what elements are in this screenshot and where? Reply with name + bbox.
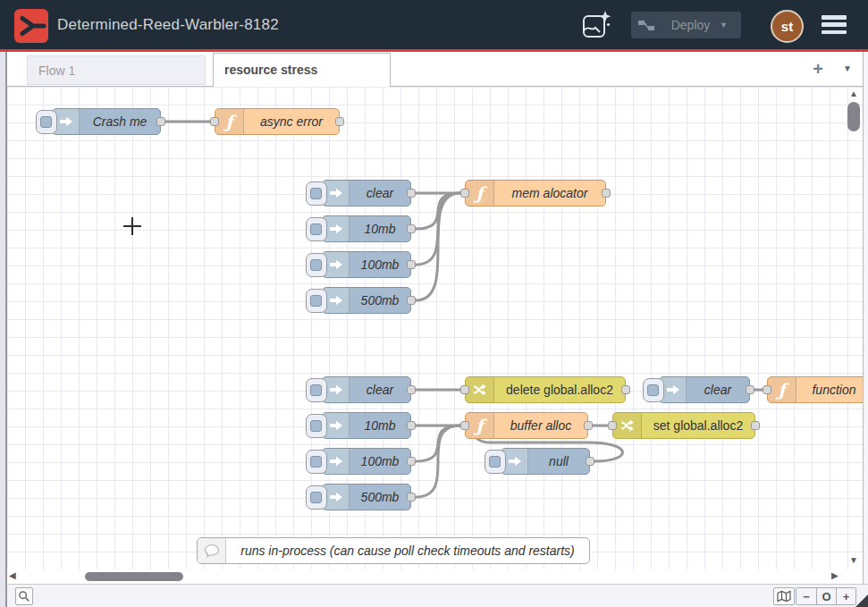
window-resize-corner [855, 594, 868, 607]
node-label: delete global.alloc2 [494, 377, 625, 402]
output-port[interactable] [751, 421, 760, 430]
deploy-caret-icon[interactable]: ▼ [720, 21, 741, 30]
output-port[interactable] [746, 385, 754, 394]
input-port[interactable] [460, 421, 469, 430]
input-port[interactable] [460, 189, 469, 198]
node-set-global-alloc2[interactable]: set global.alloc2 [612, 412, 755, 439]
inject-trigger-button[interactable] [306, 414, 327, 438]
node-async-error[interactable]: ƒasync error [215, 108, 340, 135]
minimap-button[interactable] [773, 587, 795, 605]
output-port[interactable] [621, 385, 630, 394]
output-port[interactable] [335, 117, 344, 126]
footer-bar: − O + [7, 584, 868, 607]
inject-button-square [310, 259, 322, 271]
add-flow-button[interactable]: + [806, 57, 830, 80]
output-port[interactable] [407, 296, 416, 305]
node-label: runs in-process (can cause poll check ti… [226, 538, 589, 563]
wires-layer [7, 87, 863, 569]
output-port[interactable] [407, 224, 416, 233]
output-port[interactable] [407, 260, 416, 269]
node-label: 500mb [350, 485, 410, 510]
inject-trigger-button[interactable] [306, 253, 327, 277]
input-port[interactable] [763, 385, 771, 394]
flow-canvas[interactable]: Crash meƒasync errorclear10mb100mb500mbƒ… [7, 87, 863, 569]
vertical-scrollbar[interactable]: ▲ ▼ [845, 87, 863, 569]
inject-trigger-button[interactable] [306, 450, 327, 474]
inject-trigger-button[interactable] [306, 485, 327, 510]
output-port[interactable] [584, 421, 593, 430]
inject-trigger-button[interactable] [306, 181, 327, 206]
inject-trigger-button[interactable] [306, 217, 327, 241]
tab-list-caret-icon[interactable]: ▼ [837, 57, 858, 80]
node-10mb-2[interactable]: 10mb [322, 412, 411, 439]
node-label: clear [350, 181, 410, 206]
inject-trigger-button[interactable] [485, 450, 506, 474]
output-port[interactable] [407, 385, 416, 394]
node-clear-1[interactable]: clear [322, 180, 411, 207]
zoom-reset-button[interactable]: O [816, 588, 836, 604]
inject-button-square [310, 456, 322, 468]
input-port[interactable] [460, 385, 469, 394]
node-label: 500mb [350, 288, 410, 313]
tab-resource-stress[interactable]: resource stress [213, 53, 391, 87]
node-500mb-2[interactable]: 500mb [322, 484, 411, 510]
search-button[interactable] [15, 587, 33, 605]
inject-button-square [310, 420, 322, 432]
menu-icon[interactable] [822, 15, 847, 34]
node-10mb-1[interactable]: 10mb [322, 215, 411, 242]
inject-trigger-button[interactable] [643, 378, 664, 402]
scroll-left-icon[interactable]: ◀ [9, 570, 16, 580]
flow-tab-bar: Flow 1 resource stress + ▼ [0, 52, 868, 87]
node-clear-3[interactable]: clear [659, 376, 750, 403]
node-comment[interactable]: runs in-process (can cause poll check ti… [197, 537, 590, 564]
function-f-icon: ƒ [215, 109, 244, 134]
node-100mb-1[interactable]: 100mb [322, 251, 411, 278]
inject-trigger-button[interactable] [306, 378, 327, 402]
output-port[interactable] [407, 421, 416, 430]
ai-image-icon[interactable] [580, 9, 612, 41]
horizontal-scroll-thumb[interactable] [85, 572, 183, 581]
node-mem-alocator[interactable]: ƒmem alocator [465, 180, 606, 207]
output-port[interactable] [407, 189, 416, 198]
node-100mb-2[interactable]: 100mb [322, 448, 411, 475]
scroll-down-icon[interactable]: ▼ [845, 555, 863, 565]
zoom-out-button[interactable]: − [796, 588, 816, 604]
menu-bar [822, 22, 847, 27]
node-null[interactable]: null [501, 448, 590, 475]
inject-button-square [310, 295, 322, 307]
comment-bubble-icon [198, 538, 226, 563]
user-avatar[interactable]: st [771, 10, 804, 43]
inject-button-square [310, 223, 322, 235]
output-port[interactable] [407, 493, 416, 502]
vertical-scroll-thumb[interactable] [847, 102, 860, 131]
node-crash-me[interactable]: Crash me [52, 108, 161, 135]
node-label: 100mb [350, 449, 410, 474]
output-port[interactable] [602, 189, 611, 198]
search-icon [18, 590, 30, 603]
node-500mb-1[interactable]: 500mb [322, 287, 411, 314]
node-label: 10mb [350, 413, 410, 438]
input-port[interactable] [608, 421, 617, 430]
menu-bar [822, 15, 847, 20]
inject-button-square [489, 456, 501, 468]
inject-trigger-button[interactable] [306, 289, 327, 313]
deploy-button[interactable]: Deploy ▼ [631, 12, 741, 38]
input-port[interactable] [210, 117, 219, 126]
scroll-up-icon[interactable]: ▲ [845, 89, 863, 98]
scroll-right-icon[interactable]: ▶ [831, 570, 839, 580]
horizontal-scrollbar[interactable]: ◀ ▶ [7, 569, 845, 584]
inject-button-square [310, 492, 322, 503]
node-clear-2[interactable]: clear [322, 376, 411, 403]
inject-trigger-button[interactable] [36, 110, 57, 134]
node-buffer-alloc[interactable]: ƒbuffer alloc [465, 412, 588, 439]
node-delete-global-alloc2[interactable]: delete global.alloc2 [465, 376, 626, 403]
node-label: clear [687, 377, 749, 402]
function-f-icon: ƒ [466, 413, 494, 438]
zoom-in-button[interactable]: + [836, 588, 855, 604]
app-logo-icon[interactable] [14, 9, 48, 43]
node-label: mem alocator [494, 181, 605, 206]
output-port[interactable] [407, 457, 416, 466]
tab-flow-1[interactable]: Flow 1 [27, 55, 206, 85]
output-port[interactable] [156, 117, 165, 126]
output-port[interactable] [586, 457, 594, 466]
